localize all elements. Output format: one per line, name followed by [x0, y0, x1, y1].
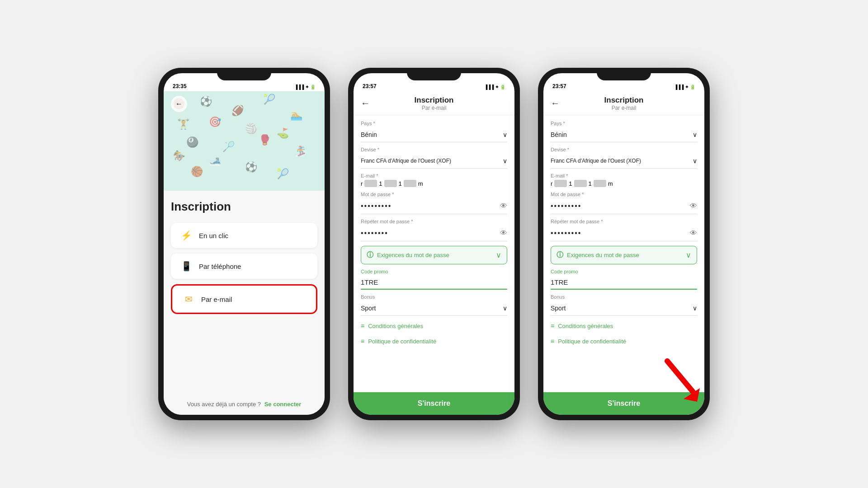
- screen3-title: Inscription: [604, 96, 644, 105]
- email-char3: 1: [399, 180, 402, 187]
- devise-group: Devise * Franc CFA d'Afrique de l'Ouest …: [361, 147, 507, 169]
- login-link[interactable]: Se connecter: [264, 401, 302, 408]
- sport-icon: 🥊: [259, 134, 271, 146]
- devise-label-3: Devise *: [551, 147, 697, 152]
- sport-icon: ⚽: [245, 161, 257, 173]
- bonus-select[interactable]: Sport ∨: [361, 301, 507, 316]
- sport-icon: 🎿: [209, 155, 221, 166]
- option-label-par-email: Par e-mail: [201, 296, 232, 303]
- password-group-3: Mot de passe * ••••••••• 👁: [551, 192, 697, 214]
- code-promo-group-3: Code promo 1TRE: [551, 269, 697, 290]
- password-req-left: ⓘ Exigences du mot de passe: [367, 251, 449, 259]
- submit-button-2[interactable]: S'inscrire: [354, 392, 514, 415]
- back-arrow-3[interactable]: ←: [551, 98, 560, 108]
- bonus-select-3[interactable]: Sport ∨: [551, 301, 697, 316]
- status-time-3: 23:57: [552, 83, 566, 89]
- chevron-down-req: ∨: [496, 251, 501, 259]
- info-icon-3: ⓘ: [557, 251, 563, 259]
- password-row: ••••••••• 👁: [361, 198, 507, 214]
- screen3-scroll: Pays * Bénin ∨ Devise * Franc CFA d'Afri…: [543, 115, 704, 392]
- option-en-un-clic[interactable]: ⚡ En un clic: [171, 223, 317, 248]
- chevron-down-req-3: ∨: [686, 251, 691, 259]
- repeat-password-group-3: Répéter mot de passe * ••••••••• 👁: [551, 219, 697, 241]
- screen2-header: ← Inscription Par e-mail: [354, 91, 514, 115]
- eye-icon-4[interactable]: 👁: [690, 229, 697, 237]
- bonus-label: Bonus: [361, 294, 507, 300]
- screen2-subtitle: Par e-mail: [422, 105, 447, 111]
- pays-label: Pays *: [361, 121, 507, 126]
- email-char4-3: m: [608, 180, 613, 187]
- repeat-password-row: •••••••• 👁: [361, 225, 507, 241]
- password-req-group[interactable]: ⓘ Exigences du mot de passe ∨: [361, 246, 507, 264]
- pays-select-3[interactable]: Bénin ∨: [551, 127, 697, 142]
- eye-icon-3[interactable]: 👁: [690, 202, 697, 210]
- chevron-down-icon-3: ∨: [693, 131, 697, 138]
- email-char3-3: 1: [589, 180, 592, 187]
- back-button-1[interactable]: ←: [171, 96, 187, 112]
- pays-group: Pays * Bénin ∨: [361, 121, 507, 142]
- conditions-row-3: ≡ Conditions générales: [551, 320, 697, 331]
- password-group: Mot de passe * ••••••••• 👁: [361, 192, 507, 214]
- eye-icon-1[interactable]: 👁: [500, 202, 507, 210]
- politique-icon: ≡: [361, 338, 364, 345]
- screen1-body: Inscription ⚡ En un clic 📱 Par téléphone…: [164, 191, 325, 415]
- email-blurred: r 1 1 m: [361, 180, 507, 187]
- email-label-3: E-mail *: [551, 173, 697, 178]
- pays-select[interactable]: Bénin ∨: [361, 127, 507, 142]
- phone-screen-1: 23:35 ▐▐▐ ✦ 🔋 🏀 ⚽ 🏈 🎾 🏊 🏋 🎯 🏐 ⛳ 🎱 🏸 🥊 🏇 …: [164, 73, 325, 415]
- devise-select-3[interactable]: Franc CFA d'Afrique de l'Ouest (XOF) ∨: [551, 154, 697, 169]
- code-promo-label: Code promo: [361, 269, 507, 274]
- lightning-icon: ⚡: [179, 230, 193, 241]
- blur-block-4: [554, 180, 567, 187]
- conditions-row: ≡ Conditions générales: [361, 320, 507, 331]
- screen1-header: 🏀 ⚽ 🏈 🎾 🏊 🏋 🎯 🏐 ⛳ 🎱 🏸 🥊 🏇 🎿 🏂 ⚽ 🏀 🎾: [164, 91, 325, 191]
- chevron-down-icon: ∨: [503, 131, 507, 138]
- conditions-label-3[interactable]: Conditions générales: [558, 323, 613, 329]
- code-promo-group: Code promo 1TRE: [361, 269, 507, 290]
- status-time-1: 23:35: [173, 83, 187, 89]
- phone-frame-1: 23:35 ▐▐▐ ✦ 🔋 🏀 ⚽ 🏈 🎾 🏊 🏋 🎯 🏐 ⛳ 🎱 🏸 🥊 🏇 …: [158, 68, 330, 420]
- status-icons-2: ▐▐▐ ✦ 🔋: [484, 84, 505, 89]
- sport-icon: 🏋: [177, 118, 189, 130]
- devise-select[interactable]: Franc CFA d'Afrique de l'Ouest (XOF) ∨: [361, 154, 507, 169]
- bonus-group: Bonus Sport ∨: [361, 294, 507, 316]
- email-char2-3: 1: [569, 180, 572, 187]
- sport-icon: ⚽: [200, 96, 212, 108]
- sport-icon: 🎯: [209, 116, 221, 128]
- code-promo-input[interactable]: 1TRE: [361, 276, 507, 290]
- info-icon: ⓘ: [367, 251, 373, 259]
- email-char2: 1: [379, 180, 382, 187]
- password-row-3: ••••••••• 👁: [551, 198, 697, 214]
- politique-label[interactable]: Politique de confidentialité: [368, 338, 436, 345]
- blur-block-6: [594, 180, 606, 187]
- chevron-down-bonus-3: ∨: [693, 305, 697, 312]
- chevron-down-bonus: ∨: [503, 305, 507, 312]
- pays-value-3: Bénin: [551, 131, 567, 138]
- email-char1-3: r: [551, 180, 552, 187]
- password-req-label: Exigences du mot de passe: [377, 252, 449, 258]
- bonus-value: Sport: [361, 305, 376, 312]
- option-par-telephone[interactable]: 📱 Par téléphone: [171, 253, 317, 279]
- already-account-text: Vous avez déjà un compte ?: [187, 401, 261, 408]
- bonus-group-3: Bonus Sport ∨: [551, 294, 697, 316]
- password-req-group-3[interactable]: ⓘ Exigences du mot de passe ∨: [551, 246, 697, 264]
- option-par-email[interactable]: ✉ Par e-mail: [173, 286, 315, 312]
- conditions-label[interactable]: Conditions générales: [368, 323, 423, 329]
- chevron-down-icon-2: ∨: [503, 157, 507, 164]
- sport-icon: ⛳: [277, 127, 289, 139]
- email-label: E-mail *: [361, 173, 507, 178]
- code-promo-input-3[interactable]: 1TRE: [551, 276, 697, 290]
- phone-screen-3: 23:57 ▐▐▐ ✦ 🔋 ← Inscription Par e-mail P…: [543, 73, 704, 415]
- sport-icon: 🏊: [290, 109, 302, 121]
- sport-icon: 🎾: [277, 168, 289, 180]
- politique-row: ≡ Politique de confidentialité: [361, 336, 507, 347]
- repeat-password-dots-3: •••••••••: [551, 229, 581, 237]
- politique-label-3[interactable]: Politique de confidentialité: [558, 338, 626, 345]
- back-arrow-2[interactable]: ←: [361, 98, 370, 108]
- email-group: E-mail * r 1 1 m: [361, 173, 507, 187]
- sports-bg: 🏀 ⚽ 🏈 🎾 🏊 🏋 🎯 🏐 ⛳ 🎱 🏸 🥊 🏇 🎿 🏂 ⚽ 🏀 🎾: [164, 91, 325, 191]
- submit-button-3[interactable]: S'inscrire: [543, 392, 704, 415]
- eye-icon-2[interactable]: 👁: [500, 229, 507, 237]
- email-blurred-3: r 1 1 m: [551, 180, 697, 187]
- phone-frame-2: 23:57 ▐▐▐ ✦ 🔋 ← Inscription Par e-mail P…: [348, 68, 520, 420]
